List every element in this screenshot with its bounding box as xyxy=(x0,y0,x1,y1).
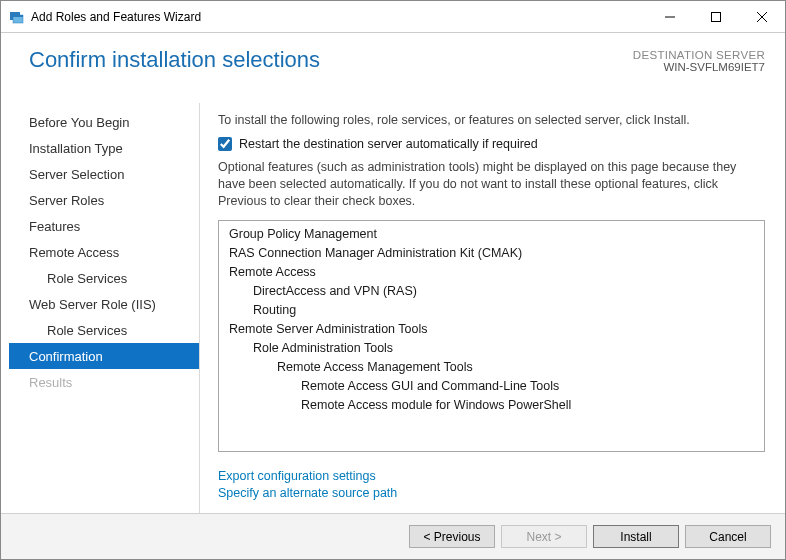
content-area: Before You BeginInstallation TypeServer … xyxy=(1,103,785,513)
restart-checkbox[interactable] xyxy=(218,137,232,151)
selection-item[interactable]: Remote Access Management Tools xyxy=(229,358,760,377)
sidebar-step[interactable]: Confirmation xyxy=(9,343,199,369)
restart-row: Restart the destination server automatic… xyxy=(218,137,765,151)
intro-text: To install the following roles, role ser… xyxy=(218,113,765,127)
close-button[interactable] xyxy=(739,2,785,32)
sidebar-step[interactable]: Remote Access xyxy=(9,239,199,265)
wizard-window: Add Roles and Features Wizard Confirm in… xyxy=(0,0,786,560)
selection-item[interactable]: Remote Access xyxy=(229,263,760,282)
sidebar-step[interactable]: Role Services xyxy=(9,317,199,343)
cancel-button[interactable]: Cancel xyxy=(685,525,771,548)
sidebar-step[interactable]: Server Roles xyxy=(9,187,199,213)
sidebar-step[interactable]: Features xyxy=(9,213,199,239)
selection-item[interactable]: Remote Access GUI and Command-Line Tools xyxy=(229,377,760,396)
selection-item[interactable]: Routing xyxy=(229,301,760,320)
sidebar-step: Results xyxy=(9,369,199,395)
selection-item[interactable]: Group Policy Management xyxy=(229,225,760,244)
destination-label: DESTINATION SERVER xyxy=(633,49,765,61)
selection-item[interactable]: Remote Server Administration Tools xyxy=(229,320,760,339)
minimize-button[interactable] xyxy=(647,2,693,32)
wizard-footer: < Previous Next > Install Cancel xyxy=(1,513,785,559)
selection-item[interactable]: Remote Access module for Windows PowerSh… xyxy=(229,396,760,415)
sidebar-step[interactable]: Role Services xyxy=(9,265,199,291)
svg-rect-2 xyxy=(13,15,23,17)
alt-source-link[interactable]: Specify an alternate source path xyxy=(218,486,765,500)
window-title: Add Roles and Features Wizard xyxy=(31,10,647,24)
page-title: Confirm installation selections xyxy=(29,47,633,73)
restart-label[interactable]: Restart the destination server automatic… xyxy=(239,137,538,151)
previous-button[interactable]: < Previous xyxy=(409,525,495,548)
selection-item[interactable]: DirectAccess and VPN (RAS) xyxy=(229,282,760,301)
sidebar-step[interactable]: Server Selection xyxy=(9,161,199,187)
page-header: Confirm installation selections DESTINAT… xyxy=(1,33,785,103)
links-block: Export configuration settings Specify an… xyxy=(218,466,765,503)
selections-listbox[interactable]: Group Policy ManagementRAS Connection Ma… xyxy=(218,220,765,452)
titlebar: Add Roles and Features Wizard xyxy=(1,1,785,33)
sidebar-step[interactable]: Installation Type xyxy=(9,135,199,161)
next-button[interactable]: Next > xyxy=(501,525,587,548)
selections-list-inner[interactable]: Group Policy ManagementRAS Connection Ma… xyxy=(219,221,764,451)
main-panel: To install the following roles, role ser… xyxy=(200,103,785,513)
sidebar-step[interactable]: Before You Begin xyxy=(9,109,199,135)
wizard-body: Confirm installation selections DESTINAT… xyxy=(1,33,785,559)
export-config-link[interactable]: Export configuration settings xyxy=(218,469,765,483)
maximize-button[interactable] xyxy=(693,2,739,32)
destination-block: DESTINATION SERVER WIN-SVFLM69IET7 xyxy=(633,49,765,73)
sidebar-step[interactable]: Web Server Role (IIS) xyxy=(9,291,199,317)
wizard-steps-sidebar: Before You BeginInstallation TypeServer … xyxy=(9,103,200,513)
install-button[interactable]: Install xyxy=(593,525,679,548)
svg-rect-4 xyxy=(712,12,721,21)
app-icon xyxy=(9,9,25,25)
optional-note: Optional features (such as administratio… xyxy=(218,159,765,210)
selection-item[interactable]: Role Administration Tools xyxy=(229,339,760,358)
destination-server: WIN-SVFLM69IET7 xyxy=(633,61,765,73)
selection-item[interactable]: RAS Connection Manager Administration Ki… xyxy=(229,244,760,263)
